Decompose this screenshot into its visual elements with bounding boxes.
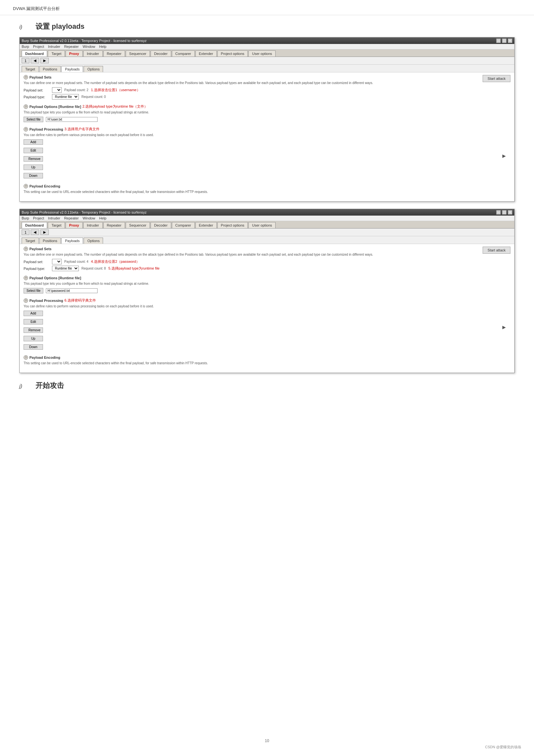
burp-tabs-1: Dashboard Target Proxy Intruder Repeater… bbox=[20, 49, 514, 57]
inner-tab-target-2[interactable]: Target bbox=[22, 237, 39, 244]
inner-tab-options-1[interactable]: Options bbox=[84, 66, 103, 72]
tab-proxy-2[interactable]: Proxy bbox=[65, 222, 83, 228]
minimize-btn-1[interactable]: ─ bbox=[496, 39, 501, 43]
toolbar-btn-1-3[interactable]: ▶ bbox=[40, 58, 49, 63]
section-i-title: 设置 playloads bbox=[36, 22, 85, 31]
up-btn-2[interactable]: Up bbox=[24, 336, 43, 341]
menu-repeater-2[interactable]: Repeater bbox=[64, 216, 79, 220]
tab-extender-1[interactable]: Extender bbox=[195, 50, 217, 57]
tab-project-options-2[interactable]: Project options bbox=[217, 222, 248, 228]
menu-project-1[interactable]: Project bbox=[33, 44, 44, 48]
tab-proxy-1[interactable]: Proxy bbox=[65, 50, 83, 57]
inner-tab-payloads-2[interactable]: Payloads bbox=[62, 237, 83, 244]
payload-sets-desc-2: You can define one or more payload sets.… bbox=[24, 253, 510, 257]
tab-comparer-2[interactable]: Comparer bbox=[172, 222, 195, 228]
menu-help-1[interactable]: Help bbox=[99, 44, 107, 48]
request-count-label-2: Request count: 8 bbox=[81, 267, 106, 270]
payload-set-label-2: Payload set: bbox=[24, 260, 49, 264]
toolbar-btn-2-1[interactable]: 1 bbox=[22, 230, 29, 235]
menu-window-2[interactable]: Window bbox=[83, 216, 95, 220]
add-btn-1[interactable]: Add bbox=[24, 139, 43, 145]
start-attack-btn-1[interactable]: Start attack bbox=[483, 75, 510, 82]
menu-help-2[interactable]: Help bbox=[99, 216, 107, 220]
edit-btn-2[interactable]: Edit bbox=[24, 319, 43, 325]
file-path-input-1[interactable] bbox=[46, 117, 98, 122]
tab-decoder-1[interactable]: Decoder bbox=[151, 50, 171, 57]
annotation-4: 4.选择攻击位置2（password） bbox=[91, 259, 140, 264]
toolbar-btn-1-2[interactable]: ◀ bbox=[31, 58, 39, 63]
tab-extender-2[interactable]: Extender bbox=[195, 222, 217, 228]
payload-sets-block-1: ? Payload Sets You can define one or mor… bbox=[24, 75, 510, 99]
annotation-2: 2.选择payload type为runtime file（文件） bbox=[82, 104, 148, 109]
inner-tab-target-1[interactable]: Target bbox=[22, 66, 39, 72]
minimize-btn-2[interactable]: ─ bbox=[496, 210, 501, 215]
remove-btn-2[interactable]: Remove bbox=[24, 327, 43, 333]
select-file-btn-1[interactable]: Select file bbox=[24, 117, 43, 122]
select-file-btn-2[interactable]: Select file bbox=[24, 288, 43, 293]
payload-type-row-2: Payload type: Runtime file Request count… bbox=[24, 266, 510, 271]
burp-titlebar-2: Burp Suite Professional v2.0.11beta - Te… bbox=[20, 209, 514, 216]
payload-processing-desc-1: You can define rules to perform various … bbox=[24, 133, 510, 137]
close-btn-1[interactable]: ✕ bbox=[508, 39, 512, 43]
inner-tab-positions-2[interactable]: Positions bbox=[39, 237, 61, 244]
inner-tab-payloads-1[interactable]: Payloads bbox=[62, 66, 83, 72]
menu-burp-1[interactable]: Burp bbox=[22, 44, 29, 48]
tab-target-1[interactable]: Target bbox=[48, 50, 65, 57]
toolbar-btn-2-3[interactable]: ▶ bbox=[40, 230, 49, 235]
payload-set-select-1[interactable]: 1 bbox=[52, 87, 62, 93]
tab-comparer-1[interactable]: Comparer bbox=[172, 50, 195, 57]
toolbar-btn-2-2[interactable]: ◀ bbox=[31, 230, 39, 235]
down-btn-1[interactable]: Down bbox=[24, 173, 43, 178]
tab-user-options-1[interactable]: User options bbox=[248, 50, 276, 57]
menu-repeater-1[interactable]: Repeater bbox=[64, 44, 79, 48]
close-btn-2[interactable]: ✕ bbox=[508, 210, 512, 215]
restore-btn-1[interactable]: □ bbox=[502, 39, 507, 43]
tab-project-options-1[interactable]: Project options bbox=[217, 50, 248, 57]
payload-encoding-icon-1: ? bbox=[24, 184, 28, 188]
annotation-6: 6.选择密码字典文件 bbox=[64, 298, 96, 303]
menu-project-2[interactable]: Project bbox=[33, 216, 44, 220]
edit-btn-1[interactable]: Edit bbox=[24, 148, 43, 153]
menu-window-1[interactable]: Window bbox=[83, 44, 95, 48]
menu-intruder-1[interactable]: Intruder bbox=[48, 44, 61, 48]
file-row-1: Select file bbox=[24, 117, 510, 122]
payload-count-label-2: Payload count: 4 bbox=[64, 260, 89, 263]
inner-tab-positions-1[interactable]: Positions bbox=[39, 66, 61, 72]
tab-decoder-2[interactable]: Decoder bbox=[151, 222, 171, 228]
burp-body-1: Start attack ? Payload Sets You can defi… bbox=[20, 72, 514, 202]
processing-buttons-2: Add Edit Remove Up Down bbox=[24, 310, 49, 351]
start-attack-btn-2[interactable]: Start attack bbox=[483, 247, 510, 254]
tab-intruder-1[interactable]: Intruder bbox=[83, 50, 103, 57]
inner-tab-options-2[interactable]: Options bbox=[84, 237, 103, 244]
tab-dashboard-1[interactable]: Dashboard bbox=[22, 50, 47, 57]
tab-sequencer-2[interactable]: Sequencer bbox=[126, 222, 150, 228]
tab-repeater-2[interactable]: Repeater bbox=[103, 222, 125, 228]
tab-dashboard-2[interactable]: Dashboard bbox=[22, 222, 47, 228]
menu-burp-2[interactable]: Burp bbox=[22, 216, 29, 220]
payload-type-select-1[interactable]: Runtime file bbox=[52, 94, 79, 99]
payload-options-icon-2: ? bbox=[24, 276, 28, 280]
menu-intruder-2[interactable]: Intruder bbox=[48, 216, 61, 220]
payload-options-desc-1: This payload type lets you configure a f… bbox=[24, 110, 510, 115]
up-btn-1[interactable]: Up bbox=[24, 165, 43, 170]
restore-btn-2[interactable]: □ bbox=[502, 210, 507, 215]
payload-type-select-2[interactable]: Runtime file bbox=[52, 266, 79, 271]
add-btn-2[interactable]: Add bbox=[24, 310, 43, 316]
tab-intruder-2[interactable]: Intruder bbox=[83, 222, 103, 228]
payload-encoding-desc-2: This setting can be used to URL-encode s… bbox=[24, 361, 510, 365]
tab-user-options-2[interactable]: User options bbox=[248, 222, 276, 228]
payload-encoding-icon-2: ? bbox=[24, 355, 28, 360]
payload-set-select-2[interactable]: 2 bbox=[52, 259, 62, 264]
remove-btn-1[interactable]: Remove bbox=[24, 156, 43, 162]
file-path-input-2[interactable] bbox=[46, 288, 98, 293]
toolbar-btn-1-1[interactable]: 1 bbox=[22, 58, 29, 63]
payload-set-label-1: Payload set: bbox=[24, 88, 49, 92]
tab-repeater-1[interactable]: Repeater bbox=[103, 50, 125, 57]
burp-tabs-2: Dashboard Target Proxy Intruder Repeater… bbox=[20, 221, 514, 229]
page-header: DVWA 漏洞测试平台分析 bbox=[0, 0, 534, 15]
down-btn-2[interactable]: Down bbox=[24, 344, 43, 350]
burp-toolbar-2: 1 ◀ ▶ bbox=[20, 229, 514, 236]
tab-sequencer-1[interactable]: Sequencer bbox=[126, 50, 150, 57]
payload-processing-block-1: ? Payload Processing 3.选择用户名字典文件 You can… bbox=[24, 127, 510, 179]
tab-target-2[interactable]: Target bbox=[48, 222, 65, 228]
